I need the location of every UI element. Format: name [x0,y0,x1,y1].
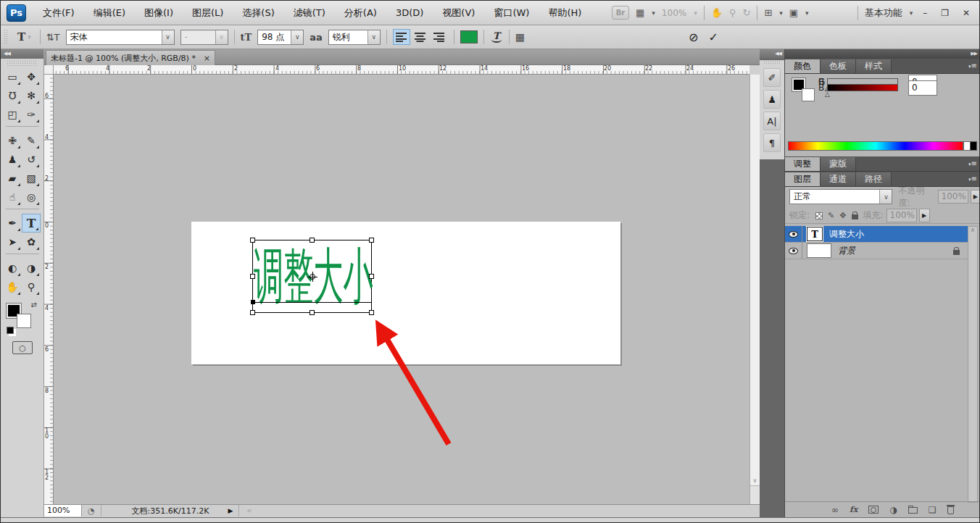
canvas-viewport[interactable]: 调整大小 [54,75,749,504]
align-center-button[interactable] [412,29,429,45]
font-family-select[interactable]: 宋体∨ [66,30,175,45]
commit-edit-icon[interactable]: ✓ [708,30,718,44]
character-panel-button[interactable]: A| [763,112,781,130]
status-zoom-input[interactable]: 100% [44,505,82,516]
tool-divider[interactable] [6,126,39,131]
add-layer-mask-icon[interactable] [868,506,879,514]
anti-alias-select[interactable]: 锐利∨ [328,30,381,45]
menu-item[interactable]: 选择(S) [233,1,283,25]
blend-mode-select[interactable]: 正常∨ [789,189,892,204]
vertical-scrollbar[interactable]: ∨ [749,75,760,504]
tab-color[interactable]: 颜色 [785,59,821,73]
scroll-up-icon[interactable]: ∧ [968,227,977,233]
background-layer-thumbnail[interactable] [807,243,831,258]
workspace-switcher[interactable]: 基本功能 [865,7,902,20]
brushes-panel-button[interactable]: ✐ [763,68,781,87]
menu-item[interactable]: 3D(D) [386,1,433,25]
history-brush-tool[interactable]: ↺ [22,150,41,169]
clone-source-panel-button[interactable]: ♟ [763,90,781,109]
menu-item[interactable]: 窗口(W) [484,1,539,25]
type-tool-preset[interactable]: T ▾ [14,29,34,45]
fill-slider-icon[interactable]: ▶ [919,209,930,222]
crop-tool[interactable]: ◰ [3,105,22,124]
status-menu-icon[interactable]: ▶ [222,505,239,516]
menu-item[interactable]: 图层(L) [183,1,233,25]
layers-scrollbar[interactable]: ∧ [968,226,978,503]
layer-row-text[interactable]: T 调整大小 [785,226,968,243]
layer-name[interactable]: 背景 [838,245,855,257]
tab-swatches[interactable]: 色板 [821,59,856,73]
new-group-icon[interactable] [908,507,918,514]
zoom-level-value[interactable]: 100% [662,8,686,18]
layer-row-background[interactable]: 背景 [785,243,968,259]
clone-stamp-tool[interactable]: ♟ [3,150,22,169]
smudge-tool[interactable]: ☝ [3,188,22,206]
toggle-panels-icon[interactable]: ▦ [515,31,525,43]
slider-thumb-icon[interactable]: △ [825,91,830,98]
custom-shape-tool[interactable]: ✿ [22,233,41,251]
swap-colors-icon[interactable]: ⇄ [31,301,37,309]
document-tab[interactable]: 未标题-1 @ 100% (调整大小, RGB/8) * × [46,50,215,65]
collapse-dock-icon[interactable]: ▶▶ [785,49,980,59]
move-tool[interactable]: ✥ [22,67,41,86]
hand-tool[interactable]: ✋ [3,277,22,296]
eyedropper-tool[interactable]: ✑ [22,105,41,124]
gradient-tool[interactable]: ▧ [22,169,41,188]
menu-item[interactable]: 视图(V) [433,1,484,25]
layer-style-icon[interactable]: fx [850,505,858,514]
text-color-swatch[interactable] [460,30,478,43]
launch-bridge-button[interactable]: Br [612,6,629,20]
tab-styles[interactable]: 样式 [856,59,892,73]
eraser-tool[interactable]: ▰ [3,169,22,188]
new-layer-icon[interactable]: ❏ [929,505,937,515]
tab-layers[interactable]: 图层 [785,172,821,186]
tab-paths[interactable]: 路径 [856,172,892,186]
align-right-button[interactable] [431,29,448,45]
lock-pixels-icon[interactable]: ✎ [828,211,834,220]
opacity-slider-icon[interactable]: ▶ [971,190,980,204]
lock-transparency-icon[interactable] [815,212,823,219]
text-orientation-icon[interactable]: ⇅T [46,32,60,43]
menu-item[interactable]: 编辑(E) [84,1,135,25]
panel-menu-icon[interactable]: ▾≡ [968,62,977,70]
options-grip[interactable] [4,29,9,45]
view-extras-icon[interactable]: ▦ [636,7,644,18]
arrange-documents-icon[interactable]: ⊞ [764,7,772,18]
spectrum-black-swatch[interactable] [970,141,977,151]
tool-divider[interactable] [6,254,39,259]
scroll-down-icon[interactable]: ∨ [750,477,760,484]
menu-item[interactable]: 滤镜(T) [284,1,335,25]
default-colors-icon[interactable] [7,327,14,334]
zoom-tool[interactable]: ⚲ [22,277,41,296]
new-adjustment-layer-icon[interactable]: ◑ [889,505,897,515]
lock-position-icon[interactable]: ✥ [839,211,846,220]
color-spectrum-ramp[interactable] [788,141,963,151]
font-size-select[interactable]: 98 点∨ [257,30,304,45]
background-color-swatch[interactable] [802,88,815,101]
3d-rotate-tool[interactable]: ◐ [3,259,22,277]
warp-text-icon[interactable]: T [490,30,503,43]
menu-item[interactable]: 帮助(H) [539,1,591,25]
lock-all-icon[interactable] [852,214,858,219]
scroll-left-icon[interactable]: < [239,507,259,514]
minimize-button[interactable]: – [919,8,931,18]
background-color-swatch[interactable] [17,314,31,328]
channel-value-input[interactable]: 0 [908,80,937,96]
tab-adjustments[interactable]: 调整 [785,157,821,171]
panel-menu-icon[interactable]: ▾≡ [968,159,977,167]
cancel-edit-icon[interactable]: ⊘ [689,30,698,44]
menu-item[interactable]: 文件(F) [33,1,84,25]
view-extras-caret-icon[interactable]: ▾ [652,9,655,17]
paragraph-panel-button[interactable]: ¶ [763,133,781,152]
maximize-button[interactable]: ❐ [937,8,952,18]
quick-mask-button[interactable]: ○ [12,341,33,354]
close-button[interactable]: ✕ [959,8,973,18]
type-tool[interactable]: T [22,214,41,233]
visibility-toggle[interactable] [785,243,802,259]
panel-menu-icon[interactable]: ▾≡ [968,175,977,183]
tab-channels[interactable]: 通道 [821,172,856,186]
align-left-button[interactable] [393,29,410,45]
link-layers-icon[interactable]: ∞ [831,505,839,515]
3d-orbit-tool[interactable]: ◑ [22,259,41,277]
tool-divider[interactable] [6,209,39,214]
